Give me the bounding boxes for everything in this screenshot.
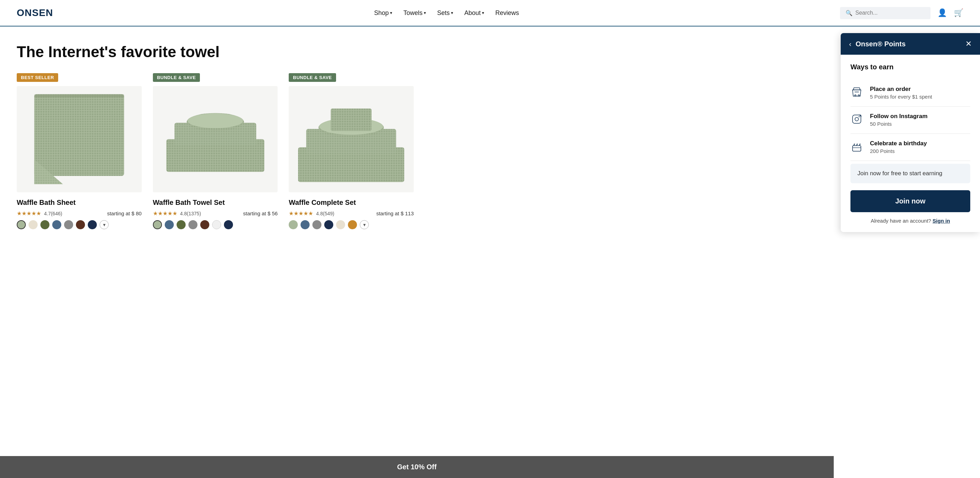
swatch[interactable]	[76, 220, 85, 229]
swatch[interactable]	[64, 220, 73, 229]
join-now-button[interactable]: Join now	[850, 190, 970, 212]
brand-logo[interactable]: ONSEN	[17, 7, 53, 19]
chevron-down-icon: ▾	[451, 10, 453, 15]
product-card-2: BUNDLE & SAVE	[289, 73, 414, 229]
loyalty-body: Ways to earn Place an order 5 Points for…	[841, 55, 980, 229]
loyalty-panel: ‹ Onsen® Points ✕ Ways to earn Place an …	[841, 33, 980, 229]
svg-point-31	[858, 95, 859, 96]
chevron-down-icon: ▾	[482, 10, 484, 15]
swatch[interactable]	[336, 220, 345, 229]
stars-1: ★★★★★	[153, 210, 177, 216]
svg-point-18	[187, 113, 243, 128]
product-badge-0: BEST SELLER	[17, 73, 58, 82]
rating-count-1: 4.8(1375)	[180, 211, 201, 216]
loyalty-back-button[interactable]: ‹	[849, 40, 851, 48]
svg-rect-29	[331, 108, 372, 131]
svg-point-34	[859, 116, 860, 118]
product-rating-0: ★★★★★ 4.7(646)	[17, 210, 62, 217]
product-image-0[interactable]	[17, 86, 142, 192]
swatch[interactable]	[177, 220, 186, 229]
product-name-2: Waffle Complete Set	[289, 199, 414, 207]
navbar: ONSEN Shop ▾ Towels ▾ Sets ▾ About ▾ Rev…	[0, 0, 980, 27]
swatch[interactable]	[324, 220, 333, 229]
towel-illustration-2	[289, 86, 414, 192]
product-meta-1: ★★★★★ 4.8(1375) starting at $ 56	[153, 210, 278, 217]
swatch[interactable]	[188, 220, 197, 229]
earn-title-instagram: Follow on Instagram	[870, 113, 928, 120]
search-bar[interactable]: 🔍	[840, 7, 931, 19]
join-cta-box: Join now for free to start earning	[850, 164, 970, 183]
swatch[interactable]	[212, 220, 221, 229]
swatch[interactable]	[88, 220, 97, 229]
svg-point-30	[854, 95, 856, 96]
earn-item-instagram: + Follow on Instagram 50 Points	[850, 107, 970, 134]
nav-shop[interactable]: Shop ▾	[374, 10, 392, 17]
svg-point-33	[855, 118, 859, 121]
earn-item-birthday: Celebrate a birthday 200 Points	[850, 134, 970, 161]
product-price-2: starting at $ 113	[376, 210, 414, 216]
color-swatches-1	[153, 220, 278, 229]
swatch[interactable]	[29, 220, 38, 229]
rating-count-2: 4.8(549)	[316, 211, 334, 216]
earn-text-order: Place an order 5 Points for every $1 spe…	[870, 86, 932, 100]
cart-icon[interactable]: 🛒	[954, 8, 963, 18]
earn-title-birthday: Celebrate a birthday	[870, 140, 927, 147]
nav-about[interactable]: About ▾	[464, 10, 484, 17]
swatch[interactable]	[200, 220, 209, 229]
swatch[interactable]	[312, 220, 321, 229]
main-content: The Internet's favorite towel BEST SELLE…	[0, 27, 980, 229]
swatch[interactable]	[301, 220, 310, 229]
nav-reviews[interactable]: Reviews	[495, 10, 519, 17]
swatch[interactable]	[40, 220, 49, 229]
search-input[interactable]	[855, 10, 925, 16]
loyalty-close-button[interactable]: ✕	[966, 39, 972, 48]
earn-item-order: Place an order 5 Points for every $1 spe…	[850, 80, 970, 107]
nav-towels[interactable]: Towels ▾	[403, 10, 426, 17]
svg-rect-32	[853, 115, 861, 123]
loyalty-header: ‹ Onsen® Points ✕	[841, 33, 980, 55]
towel-illustration-1	[153, 86, 278, 192]
product-image-1[interactable]	[153, 86, 278, 192]
swatch[interactable]	[17, 220, 26, 229]
swatch[interactable]	[348, 220, 357, 229]
product-price-0: starting at $ 80	[107, 210, 142, 216]
page-title: The Internet's favorite towel	[17, 43, 963, 61]
earn-title-order: Place an order	[870, 86, 932, 93]
join-cta-text: Join now for free to start earning	[858, 170, 963, 177]
product-rating-2: ★★★★★ 4.8(549)	[289, 210, 334, 217]
swatches-more-0[interactable]: ▾	[100, 220, 109, 229]
already-account-text: Already have an account? Sign in	[850, 218, 970, 224]
nav-sets[interactable]: Sets ▾	[437, 10, 453, 17]
loyalty-title: Onsen® Points	[856, 40, 906, 48]
earn-points-birthday: 200 Points	[870, 148, 927, 154]
product-price-1: starting at $ 56	[243, 210, 278, 216]
swatch[interactable]	[165, 220, 174, 229]
ways-to-earn-title: Ways to earn	[850, 63, 970, 71]
swatch[interactable]	[52, 220, 61, 229]
sign-in-link[interactable]: Sign in	[933, 218, 950, 224]
swatch[interactable]	[289, 220, 298, 229]
earn-text-birthday: Celebrate a birthday 200 Points	[870, 140, 927, 154]
nav-links: Shop ▾ Towels ▾ Sets ▾ About ▾ Reviews	[374, 10, 519, 17]
svg-rect-5	[34, 94, 124, 175]
product-card-0: BEST SELLER	[17, 73, 142, 229]
product-image-2[interactable]	[289, 86, 414, 192]
swatches-more-2[interactable]: ▾	[360, 220, 369, 229]
svg-rect-8	[34, 94, 124, 97]
product-name-1: Waffle Bath Towel Set	[153, 199, 278, 207]
product-name-0: Waffle Bath Sheet	[17, 199, 142, 207]
product-meta-0: ★★★★★ 4.7(646) starting at $ 80	[17, 210, 142, 217]
earn-text-instagram: Follow on Instagram 50 Points	[870, 113, 928, 127]
birthday-icon	[850, 141, 863, 155]
earn-points-order: 5 Points for every $1 spent	[870, 94, 932, 100]
chevron-down-icon: ▾	[424, 10, 426, 15]
product-card-1: BUNDLE & SAVE	[153, 73, 278, 229]
product-rating-1: ★★★★★ 4.8(1375)	[153, 210, 201, 217]
swatch[interactable]	[153, 220, 162, 229]
swatch[interactable]	[224, 220, 233, 229]
chevron-down-icon: ▾	[390, 10, 392, 15]
product-meta-2: ★★★★★ 4.8(549) starting at $ 113	[289, 210, 414, 217]
user-icon[interactable]: 👤	[937, 8, 947, 18]
search-icon: 🔍	[846, 10, 853, 16]
color-swatches-2: ▾	[289, 220, 414, 229]
